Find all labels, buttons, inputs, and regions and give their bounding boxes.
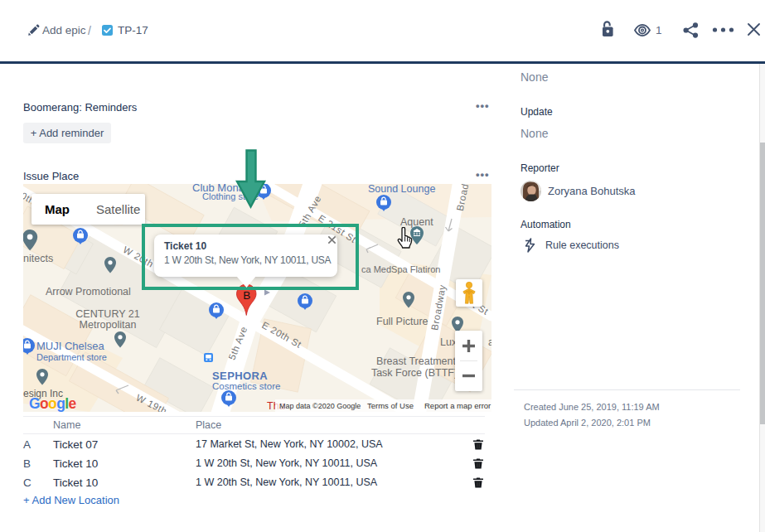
svg-text:Aquent: Aquent	[400, 216, 433, 228]
svg-text:CENTURY 21: CENTURY 21	[75, 308, 139, 320]
svg-text:Task Force (BTTF): Task Force (BTTF)	[371, 367, 458, 379]
svg-text:Cosmetics store: Cosmetics store	[212, 381, 280, 391]
svg-text:Arrow Promotional: Arrow Promotional	[46, 286, 131, 297]
svg-text:ca MedSpa Flatiron: ca MedSpa Flatiron	[361, 264, 440, 274]
svg-text:Department store: Department store	[36, 352, 107, 362]
svg-text:Metropolitan: Metropolitan	[80, 319, 137, 331]
svg-text:Sound Lounge: Sound Lounge	[368, 184, 435, 195]
svg-text:nitects: nitects	[23, 253, 53, 264]
svg-text:B: B	[243, 289, 250, 302]
svg-text:Breast Treatment: Breast Treatment	[376, 355, 456, 367]
svg-text:al: al	[488, 336, 491, 348]
svg-text:MUJI Chelsea: MUJI Chelsea	[36, 340, 104, 352]
svg-text:SEPHORA: SEPHORA	[212, 370, 268, 382]
svg-text:Full Picture: Full Picture	[376, 316, 428, 327]
